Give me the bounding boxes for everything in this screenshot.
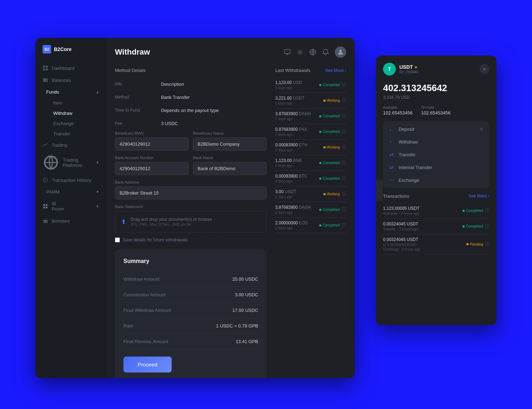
svg-rect-1 [46,66,48,68]
status-badge-5: Completed [319,161,340,165]
tx-item-0: 1.123.00005 USDT Withdraw · 3 hours ago … [383,203,489,219]
globe-icon[interactable] [309,49,316,56]
tx-info-0[interactable]: ⓘ [485,208,489,214]
withdrawal-item-3: 0.87683900 PAX 2 days ago Completed ⓘ [275,124,346,140]
right-panel: Last Withdrawals See More › 1,123.00 USD… [275,68,346,378]
bell-icon[interactable] [322,49,329,56]
info-icon-8[interactable]: ⓘ [342,207,346,213]
tx-status-0: Completed [462,209,483,213]
internal-transfer-button[interactable]: ⇄ Internal Transfer [384,161,488,174]
sidebar-item-balances[interactable]: Balances [35,74,106,86]
gift-icon [43,218,48,224]
wi-left-0: 1,123.00 USD 2 days ago [275,80,302,90]
tx-see-more[interactable]: See More › [469,194,489,199]
sidebar-item-funds[interactable]: Funds ▲ [35,86,106,98]
info-icon-5[interactable]: ⓘ [342,160,346,166]
info-icon-2[interactable]: ⓘ [342,113,346,119]
withdrawal-item-7: 3.00 USDT 2 days ago Working ⓘ [275,186,346,202]
withdraw-action-button[interactable]: ↑ Withdraw [384,135,488,148]
main-content: Withdraw [106,38,355,378]
deposit-expand-icon: ⊕ [480,127,483,131]
sidebar-item-exchange[interactable]: Exchange [46,118,106,129]
status-badge-7: Working [323,192,340,196]
chevron-up-icon: ▲ [96,90,99,94]
available-value: 102.65453456 [383,110,412,116]
withdrawal-item-4: 0.00083900 ETH 2 days ago Working ⓘ [275,140,346,155]
proceed-button[interactable]: Proceed [123,357,172,372]
withdrawal-item-6: 0.00083900 BTC 2 days ago Completed ⓘ [275,171,346,186]
svg-rect-15 [46,207,48,208]
summary-label-0: Withdraw Amount [123,276,160,282]
withdrawal-item-5: 1,123.00 BNB 2 days ago Completed ⓘ [275,155,346,171]
fee-label: Fee [115,118,161,126]
sidebar-item-ib-room[interactable]: IB Room ▼ [35,198,106,215]
page-title: Withdraw [115,47,150,57]
funds-children: Item Withdraw Exchange Transfer [35,98,106,139]
exchange-button[interactable]: ↔ Exchange [384,174,488,186]
bank-account-group: Bank Account Number [115,156,189,175]
user-avatar[interactable] [335,46,346,58]
chart-icon [43,142,48,148]
account-name-row: Bank Account Number Bank Name [115,156,267,175]
save-details-checkbox[interactable] [115,237,120,242]
iban-label: Beneficary IBAN [115,131,189,135]
display-icon[interactable] [284,49,291,56]
iban-name-row: Beneficary IBAN Beneficiary Name [115,131,267,151]
summary-value-3: 1 USDC = 0.79 GPB [216,323,258,329]
tx-item-1: 0.00324045 USDT Transfer · 3 hours ago C… [383,219,489,234]
transactions-section: Transactions See More › 1.123.00005 USDT… [383,194,489,254]
summary-row-0: Withdraw Amount 20.00 USDC [123,271,258,287]
iban-input[interactable] [115,138,189,151]
settings-icon[interactable] [297,49,304,56]
info-icon-4[interactable]: ⓘ [342,144,346,150]
sidebar-item-transfer[interactable]: Transfer [46,129,106,139]
info-icon-0[interactable]: ⓘ [342,82,346,88]
status-badge-1: Working [323,99,340,102]
bank-account-input[interactable] [115,162,189,175]
transfer-button[interactable]: ⇄ Transfer [384,148,488,161]
status-dot-1 [323,100,326,102]
svg-rect-14 [43,207,45,208]
summary-box: Summary Withdraw Amount 20.00 USDC Commi… [115,250,267,378]
side-card: T USDT ★ ID: 234940 ✕ 402.313245642 3,33… [376,56,497,325]
sidebar-item-bonuses[interactable]: Bonuses [35,215,106,227]
sidebar-item-transaction-history[interactable]: Transaction History [35,174,106,186]
info-icon-3[interactable]: ⓘ [342,129,346,135]
lw-see-more[interactable]: See More › [325,68,346,73]
beneficiary-name-label: Beneficiary Name [193,131,267,135]
sidebar-item-trading-platforms[interactable]: Trading Platforms ▼ [35,151,106,174]
upload-hint: JPG, PNG - Max 10 files - 2MB per file [131,223,212,226]
bank-address-input[interactable] [115,186,267,200]
info-icon-6[interactable]: ⓘ [342,175,346,181]
sidebar-item-item[interactable]: Item [46,98,106,108]
header-icons [284,46,346,58]
left-panel: Method Details Info Description Method B… [115,68,267,378]
svg-rect-2 [43,68,45,71]
chevron-down-icon3: ▼ [96,204,99,208]
tx-info-1[interactable]: ⓘ [485,223,489,229]
upload-area[interactable]: ⬆ Drag and drop your document(s) or brow… [115,211,267,232]
bank-name-input[interactable] [193,162,267,175]
sidebar-item-trading[interactable]: Trading [35,139,106,151]
logo-icon: B2 [43,45,51,54]
svg-point-20 [339,50,342,52]
sidebar-item-withdraw[interactable]: Withdraw [46,108,106,118]
close-button[interactable]: ✕ [480,64,489,74]
sidebar-item-pamm[interactable]: PAMM ▼ [35,186,106,198]
info-icon-9[interactable]: ⓘ [342,222,346,228]
wallet-icon [43,77,48,83]
info-icon-1[interactable]: ⓘ [342,97,346,103]
sidebar-item-dashboard[interactable]: Dashboard [35,62,106,74]
lw-header: Last Withdrawals See More › [275,68,346,73]
summary-row-3: Rate 1 USDC = 0.79 GPB [123,318,258,334]
summary-value-2: 17.00 USDC [232,308,258,313]
deposit-button[interactable]: ↓ Deposit ⊕ [384,123,488,135]
upload-text-group: Drag and drop your document(s) or browse… [131,217,212,226]
on-hold-value: 102.65453456 [421,110,450,116]
info-icon-7[interactable]: ⓘ [342,191,346,197]
beneficiary-name-input[interactable] [193,138,267,151]
currency-star: ★ [414,65,417,69]
tx-info-2[interactable]: ⓘ [485,241,489,247]
content-layout: Method Details Info Description Method B… [115,68,346,378]
card-currency: T USDT ★ ID: 234940 [383,63,419,75]
